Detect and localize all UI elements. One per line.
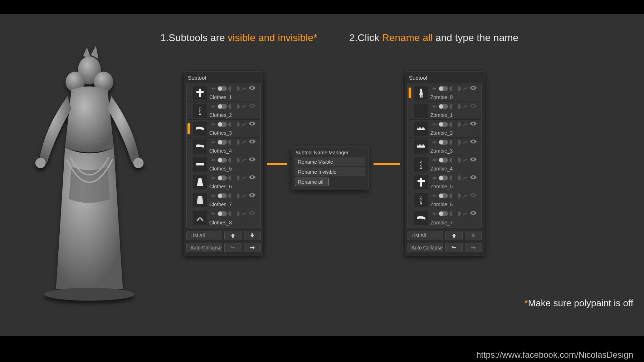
toggle-a-icon[interactable]	[218, 86, 227, 91]
subtool-panel-left: Subtool Clothes_1	[184, 71, 263, 256]
subtool-label: Clothes_4	[209, 148, 258, 154]
brush-icon	[241, 175, 247, 180]
move-down-button[interactable]	[465, 231, 482, 240]
toggle-a-icon[interactable]	[218, 193, 227, 198]
half-moon-left-icon	[449, 140, 454, 145]
mode-arrow-icon	[431, 211, 437, 216]
half-moon-right-icon	[235, 193, 240, 198]
move-up-button[interactable]	[224, 231, 241, 240]
toggle-a-icon[interactable]	[218, 140, 227, 145]
move-up-button[interactable]	[445, 231, 463, 240]
visibility-eye-icon[interactable]	[469, 121, 477, 128]
visibility-eye-icon[interactable]	[248, 103, 256, 110]
visibility-eye-icon[interactable]	[248, 193, 256, 199]
toggle-a-icon[interactable]	[218, 158, 227, 163]
toggle-a-icon[interactable]	[439, 86, 448, 91]
subtool-row[interactable]: Clothes_2	[187, 102, 260, 120]
subtool-icon-strip	[430, 121, 479, 128]
half-moon-right-icon	[456, 86, 461, 91]
list-all-button[interactable]: List All	[408, 231, 443, 240]
toggle-a-icon[interactable]	[439, 211, 448, 216]
visibility-eye-icon[interactable]	[248, 121, 256, 128]
visibility-eye-icon[interactable]	[248, 139, 256, 145]
subtool-row[interactable]: Clothes_4	[187, 138, 260, 155]
toggle-a-icon[interactable]	[439, 158, 448, 163]
subtool-row[interactable]: Zombie_3	[409, 138, 481, 155]
toggle-a-icon[interactable]	[439, 175, 448, 180]
mode-arrow-icon	[210, 158, 216, 163]
mode-arrow-icon	[431, 104, 437, 109]
subtool-icon-strip	[209, 193, 258, 199]
subtool-thumbnail	[414, 104, 428, 118]
subtool-row[interactable]: Zombie_0	[409, 84, 481, 102]
nav-left-button[interactable]	[445, 243, 463, 252]
auto-collapse-button[interactable]: Auto Collapse	[186, 243, 222, 252]
subtool-row[interactable]: Clothes_5	[187, 155, 260, 173]
subtool-thumbnail	[193, 193, 207, 207]
half-moon-left-icon	[449, 158, 454, 163]
subtool-label: Clothes_3	[209, 130, 258, 136]
subtool-icon-strip	[430, 85, 479, 92]
visibility-eye-icon[interactable]	[248, 157, 256, 163]
nav-left-button[interactable]	[224, 243, 241, 252]
visibility-eye-icon[interactable]	[248, 85, 256, 92]
brush-icon	[462, 104, 468, 109]
visibility-eye-icon[interactable]	[469, 85, 477, 92]
rename-visible-button[interactable]: Rename Visible	[295, 158, 365, 166]
subtool-icon-strip	[209, 175, 258, 181]
subtool-icon-strip	[430, 210, 479, 217]
subtool-row[interactable]: Clothes_7	[187, 191, 260, 209]
mode-arrow-icon	[431, 193, 437, 198]
rename-all-button[interactable]: Rename all	[295, 178, 329, 186]
visibility-eye-icon[interactable]	[469, 157, 477, 163]
subtool-row[interactable]: Clothes_6	[187, 173, 260, 191]
svg-point-23	[472, 212, 474, 214]
visibility-eye-icon[interactable]	[248, 210, 256, 217]
nav-right-button[interactable]	[465, 243, 482, 252]
subtool-row[interactable]: Clothes_8	[187, 209, 260, 227]
nav-right-button[interactable]	[244, 243, 261, 252]
heading-step-1: 1.Subtools are visible and invisible*	[160, 32, 317, 44]
rename-invisible-button[interactable]: Rename Invisible	[295, 168, 365, 176]
visibility-eye-icon[interactable]	[469, 193, 477, 199]
mode-arrow-icon	[210, 104, 216, 109]
toggle-a-icon[interactable]	[218, 175, 227, 180]
visibility-eye-icon[interactable]	[469, 139, 477, 145]
toggle-a-icon[interactable]	[439, 104, 448, 109]
half-moon-left-icon	[228, 193, 233, 198]
visibility-eye-icon[interactable]	[469, 103, 477, 110]
svg-point-22	[472, 194, 474, 196]
subtool-row[interactable]: Zombie_4	[409, 155, 481, 173]
toggle-a-icon[interactable]	[218, 104, 227, 109]
brush-icon	[241, 211, 247, 216]
subtool-row[interactable]: Clothes_1	[187, 84, 260, 102]
auto-collapse-button[interactable]: Auto Collapse	[408, 243, 443, 252]
toggle-a-icon[interactable]	[439, 122, 448, 127]
subtool-row[interactable]: Zombie_7	[409, 209, 481, 227]
list-all-button[interactable]: List All	[186, 231, 222, 240]
toggle-a-icon[interactable]	[439, 193, 448, 198]
visibility-eye-icon[interactable]	[469, 210, 477, 217]
half-moon-right-icon	[235, 104, 240, 109]
subtool-row[interactable]: Zombie_5	[409, 173, 481, 191]
half-moon-left-icon	[228, 86, 233, 91]
subtool-label: Zombie_6	[430, 202, 479, 207]
subtool-row[interactable]: Clothes_3	[187, 120, 260, 138]
move-down-button[interactable]	[244, 231, 261, 240]
visibility-eye-icon[interactable]	[248, 175, 256, 181]
svg-point-11	[251, 140, 253, 143]
svg-marker-3	[83, 47, 91, 58]
subtool-row[interactable]: Zombie_1	[409, 102, 481, 120]
subtool-label: Zombie_4	[430, 166, 479, 172]
visibility-eye-icon[interactable]	[469, 175, 477, 181]
half-moon-left-icon	[449, 211, 454, 216]
toggle-a-icon[interactable]	[439, 140, 448, 145]
svg-point-7	[44, 288, 135, 301]
subtool-row[interactable]: Zombie_6	[409, 191, 481, 209]
toggle-a-icon[interactable]	[218, 122, 227, 127]
brush-icon	[462, 158, 468, 163]
toggle-a-icon[interactable]	[218, 211, 227, 216]
brush-icon	[462, 175, 468, 180]
half-moon-right-icon	[235, 140, 240, 145]
subtool-row[interactable]: Zombie_2	[409, 120, 481, 138]
